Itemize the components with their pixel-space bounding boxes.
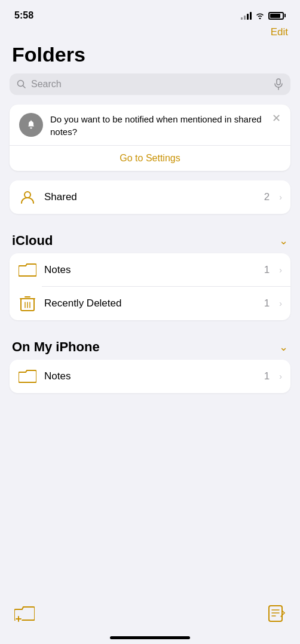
shared-row[interactable]: Shared 2 › bbox=[10, 180, 290, 214]
icloud-notes-chevron-icon: › bbox=[279, 265, 282, 275]
notification-bell-icon bbox=[19, 113, 43, 137]
svg-line-1 bbox=[23, 86, 26, 88]
go-to-settings-button[interactable]: Go to Settings bbox=[19, 146, 281, 171]
on-my-iphone-chevron-icon: ⌄ bbox=[279, 341, 288, 354]
svg-point-6 bbox=[25, 192, 30, 198]
svg-rect-14 bbox=[269, 606, 282, 621]
svg-rect-2 bbox=[277, 79, 280, 85]
on-my-iphone-list: Notes 1 › bbox=[10, 360, 290, 393]
icloud-chevron-icon: ⌄ bbox=[279, 234, 288, 247]
on-my-iphone-notes-count: 1 bbox=[264, 370, 270, 382]
edit-button-container: Edit bbox=[0, 26, 300, 41]
icloud-recently-deleted-row[interactable]: Recently Deleted 1 › bbox=[10, 287, 290, 320]
notification-message: Do you want to be notified when mentione… bbox=[50, 113, 265, 138]
notification-card: Do you want to be notified when mentione… bbox=[10, 105, 290, 171]
status-time: 5:58 bbox=[14, 10, 33, 21]
on-my-iphone-notes-chevron-icon: › bbox=[279, 372, 282, 381]
edit-button[interactable]: Edit bbox=[271, 26, 288, 38]
shared-count: 2 bbox=[264, 191, 270, 203]
svg-line-19 bbox=[283, 611, 284, 613]
wifi-icon bbox=[255, 12, 265, 19]
signal-icon bbox=[241, 11, 252, 20]
home-indicator bbox=[110, 636, 190, 639]
on-my-iphone-section-header[interactable]: On My iPhone ⌄ bbox=[0, 330, 300, 360]
recently-deleted-count: 1 bbox=[264, 298, 270, 309]
new-note-button[interactable] bbox=[268, 605, 286, 625]
page-title: Folders bbox=[0, 41, 300, 73]
status-bar: 5:58 bbox=[0, 0, 300, 26]
status-icons bbox=[241, 11, 286, 20]
search-icon bbox=[17, 79, 26, 89]
notification-close-button[interactable]: ✕ bbox=[272, 112, 281, 125]
shared-icon bbox=[18, 188, 37, 207]
battery-icon bbox=[268, 12, 286, 20]
icloud-notes-count: 1 bbox=[264, 264, 270, 276]
notes-folder-icon bbox=[18, 260, 37, 280]
icloud-section-label: iCloud bbox=[12, 233, 53, 249]
search-placeholder: Search bbox=[31, 79, 269, 90]
notification-top: Do you want to be notified when mentione… bbox=[19, 113, 281, 145]
shared-section: Shared 2 › bbox=[10, 180, 290, 214]
on-my-iphone-notes-label: Notes bbox=[44, 370, 257, 382]
icloud-notes-label: Notes bbox=[44, 264, 257, 276]
recently-deleted-label: Recently Deleted bbox=[44, 298, 257, 309]
on-my-iphone-label: On My iPhone bbox=[12, 339, 100, 355]
new-folder-button[interactable] bbox=[14, 605, 35, 625]
bottom-toolbar bbox=[0, 605, 300, 625]
trash-icon bbox=[18, 294, 37, 313]
microphone-icon[interactable] bbox=[274, 78, 283, 90]
icloud-notes-row[interactable]: Notes 1 › bbox=[10, 253, 290, 287]
shared-chevron-icon: › bbox=[279, 192, 282, 202]
icloud-list: Notes 1 › Recently Deleted 1 › bbox=[10, 253, 290, 320]
shared-label: Shared bbox=[44, 191, 257, 203]
recently-deleted-chevron-icon: › bbox=[279, 299, 282, 308]
svg-point-5 bbox=[30, 121, 32, 122]
search-bar[interactable]: Search bbox=[10, 73, 290, 95]
on-my-iphone-notes-row[interactable]: Notes 1 › bbox=[10, 360, 290, 393]
on-my-iphone-notes-folder-icon bbox=[18, 367, 37, 386]
icloud-section-header[interactable]: iCloud ⌄ bbox=[0, 223, 300, 253]
